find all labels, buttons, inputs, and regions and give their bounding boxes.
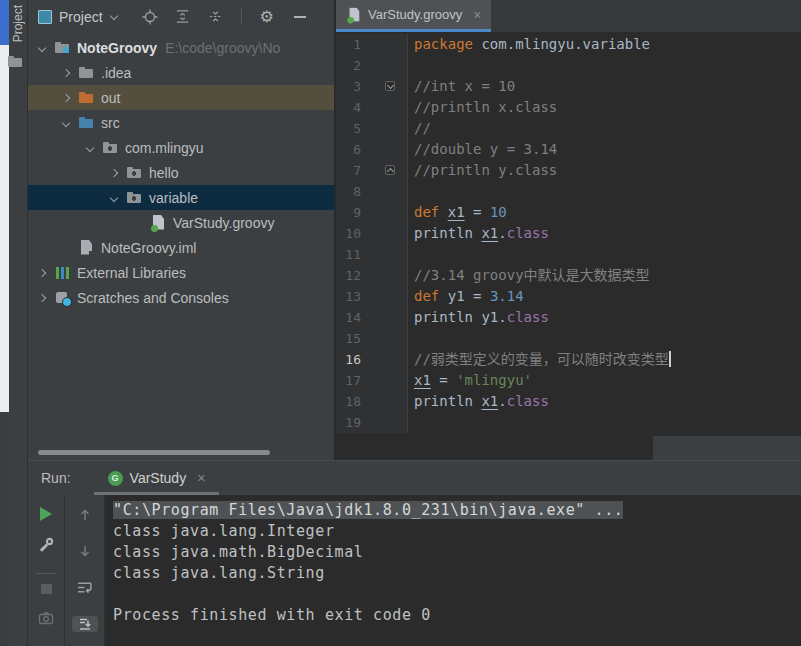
tree-item-notegroovy-iml[interactable]: NoteGroovy.iml — [28, 235, 334, 260]
code-text[interactable]: // — [408, 118, 431, 139]
chevron-right-icon[interactable] — [36, 266, 50, 280]
tree-item-scratches-and-consoles[interactable]: Scratches and Consoles — [28, 285, 334, 310]
chevron-right-icon[interactable] — [60, 91, 74, 105]
run-tab-varstudy[interactable]: G VarStudy × — [94, 461, 220, 495]
code-line-17[interactable]: 17x1 = 'mlingyu' — [336, 370, 801, 391]
code-line-7[interactable]: 7//println y.class — [336, 160, 801, 181]
code-line-19[interactable]: 19 — [336, 412, 801, 433]
chevron-right-icon[interactable] — [36, 291, 50, 305]
project-tree[interactable]: NoteGroovyE:\code\groovy\No.ideaoutsrcco… — [28, 33, 334, 460]
line-number: 4 — [336, 97, 361, 118]
down-arrow-button[interactable] — [77, 543, 93, 563]
line-number: 3 — [336, 76, 361, 97]
code-text[interactable]: def x1 = 10 — [408, 202, 507, 223]
folder-icon[interactable] — [7, 54, 25, 72]
code-line-9[interactable]: 9def x1 = 10 — [336, 202, 801, 223]
code-text[interactable]: println y1.class — [408, 307, 549, 328]
chevron-right-icon[interactable] — [108, 166, 122, 180]
code-text[interactable]: println x1.class — [408, 391, 549, 412]
chevron-down-icon[interactable] — [108, 191, 122, 205]
project-view-selector[interactable]: Project — [38, 9, 118, 25]
gutter: 18 — [336, 391, 408, 412]
fold-start-icon[interactable] — [385, 81, 395, 91]
tree-item-external-libraries[interactable]: External Libraries — [28, 260, 334, 285]
code-editor[interactable]: 1package com.mlingyu.variable23//int x =… — [336, 32, 801, 460]
code-line-3[interactable]: 3//int x = 10 — [336, 76, 801, 97]
screenshot-button[interactable] — [38, 610, 54, 630]
code-line-18[interactable]: 18println x1.class — [336, 391, 801, 412]
code-text[interactable]: println x1.class — [408, 223, 549, 244]
code-text[interactable]: //println y.class — [408, 160, 557, 181]
code-text[interactable] — [408, 412, 414, 433]
code-text[interactable]: //double y = 3.14 — [408, 139, 557, 160]
horizontal-scrollbar[interactable] — [38, 450, 270, 455]
build-settings-button[interactable] — [38, 537, 54, 557]
up-arrow-button[interactable] — [77, 507, 93, 527]
chevron-down-icon[interactable] — [84, 141, 98, 155]
hide-panel-button[interactable] — [292, 9, 308, 25]
code-line-16[interactable]: 16//弱类型定义的变量，可以随时改变类型 — [336, 349, 801, 370]
code-text[interactable] — [408, 181, 414, 202]
chevron-right-icon[interactable] — [60, 66, 74, 80]
tree-item-hello[interactable]: hello — [28, 160, 334, 185]
stop-button[interactable] — [41, 584, 52, 594]
expand-all-button[interactable] — [175, 9, 191, 25]
line-number: 6 — [336, 139, 361, 160]
code-line-13[interactable]: 13def y1 = 3.14 — [336, 286, 801, 307]
tree-item-label: variable — [149, 190, 198, 206]
code-line-14[interactable]: 14println y1.class — [336, 307, 801, 328]
code-text[interactable]: package com.mlingyu.variable — [408, 34, 650, 55]
tree-item-out[interactable]: out — [28, 85, 334, 110]
code-line-6[interactable]: 6//double y = 3.14 — [336, 139, 801, 160]
code-text[interactable]: //println x.class — [408, 97, 557, 118]
fold-column — [361, 202, 407, 223]
fold-column — [361, 181, 407, 202]
code-text[interactable] — [408, 244, 414, 265]
close-icon[interactable]: × — [473, 7, 481, 23]
code-text[interactable]: def y1 = 3.14 — [408, 286, 524, 307]
code-text[interactable] — [408, 328, 414, 349]
run-console[interactable]: "C:\Program Files\Java\jdk1.8.0_231\bin\… — [105, 495, 801, 646]
fold-end-icon[interactable] — [385, 165, 395, 175]
editor-tab-varstudy[interactable]: VarStudy.groovy × — [336, 0, 491, 32]
tree-item-varstudy-groovy[interactable]: VarStudy.groovy — [28, 210, 334, 235]
tree-item-com-mlingyu[interactable]: com.mlingyu — [28, 135, 334, 160]
chevron-down-icon[interactable] — [60, 116, 74, 130]
soft-wrap-button[interactable] — [76, 579, 93, 600]
code-line-4[interactable]: 4//println x.class — [336, 97, 801, 118]
rerun-button[interactable] — [40, 507, 52, 521]
gutter: 4 — [336, 97, 408, 118]
code-text[interactable]: x1 = 'mlingyu' — [408, 370, 532, 391]
tree-item-src[interactable]: src — [28, 110, 334, 135]
tree-item-variable[interactable]: variable — [28, 185, 334, 210]
code-line-2[interactable]: 2 — [336, 55, 801, 76]
gutter: 9 — [336, 202, 408, 223]
code-line-12[interactable]: 12//3.14 groovy中默认是大数据类型 — [336, 265, 801, 286]
collapse-all-button[interactable] — [208, 9, 224, 25]
line-number: 13 — [336, 286, 361, 307]
line-number: 18 — [336, 391, 361, 412]
code-text[interactable]: //3.14 groovy中默认是大数据类型 — [408, 265, 650, 286]
project-path: E:\code\groovy\No — [165, 40, 280, 56]
tree-item-idea[interactable]: .idea — [28, 60, 334, 85]
settings-gear-icon[interactable]: ⚙ — [259, 9, 275, 25]
fold-column — [361, 370, 407, 391]
locate-file-button[interactable] — [142, 9, 158, 25]
fold-column — [361, 76, 407, 97]
scroll-to-end-button[interactable] — [72, 616, 98, 632]
code-line-11[interactable]: 11 — [336, 244, 801, 265]
code-text[interactable]: //弱类型定义的变量，可以随时改变类型 — [408, 349, 671, 370]
code-text[interactable] — [408, 55, 414, 76]
code-line-8[interactable]: 8 — [336, 181, 801, 202]
gutter: 1 — [336, 34, 408, 55]
close-icon[interactable]: × — [197, 470, 205, 486]
toolwindow-project-button[interactable]: Project — [11, 5, 25, 42]
code-line-1[interactable]: 1package com.mlingyu.variable — [336, 34, 801, 55]
code-line-10[interactable]: 10println x1.class — [336, 223, 801, 244]
code-line-5[interactable]: 5// — [336, 118, 801, 139]
code-text[interactable]: //int x = 10 — [408, 76, 515, 97]
console-line-6: Process finished with exit code 0 — [113, 605, 801, 626]
tree-item-notegroovy[interactable]: NoteGroovyE:\code\groovy\No — [28, 35, 334, 60]
code-line-15[interactable]: 15 — [336, 328, 801, 349]
chevron-down-icon[interactable] — [36, 41, 50, 55]
